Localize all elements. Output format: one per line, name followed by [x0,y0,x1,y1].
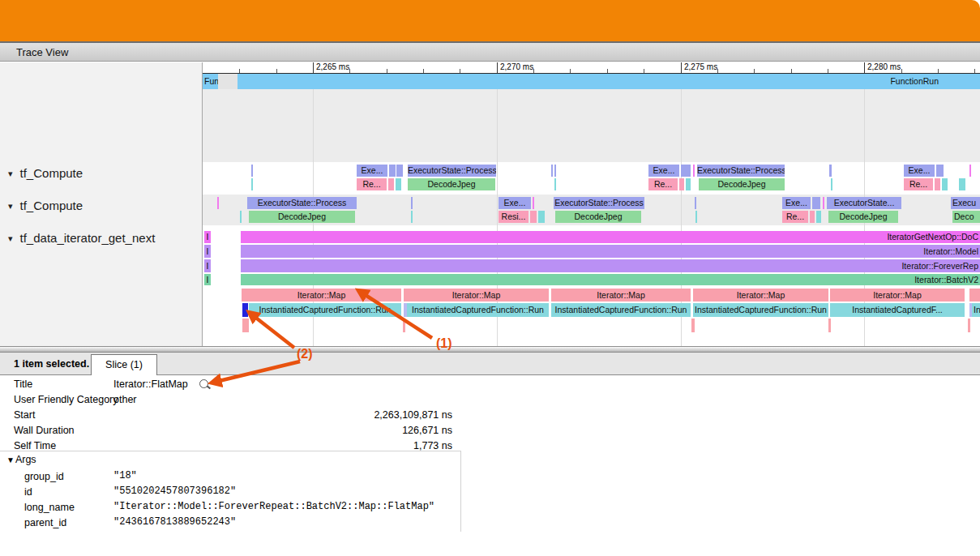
trace-slice[interactable]: FunctionRun [238,74,980,89]
trace-slice[interactable]: Exe... [782,197,811,209]
trace-slice[interactable]: DecodeJpeg [249,211,355,223]
trace-slice[interactable]: Exe... [904,165,935,177]
trace-slice[interactable] [969,165,971,177]
trace-slice[interactable] [831,178,832,190]
trace-slice[interactable]: Deco [952,211,980,223]
trace-slice[interactable] [695,211,697,223]
trace-slice[interactable] [218,74,238,89]
collapse-triangle-icon[interactable]: ▾ [8,233,13,244]
trace-slice[interactable]: InstantiatedCapturedFunction::Run [407,303,549,317]
trace-slice[interactable]: ExecutorState::Process [554,197,644,209]
trace-slice[interactable]: I [204,231,211,243]
trace-slice[interactable] [681,165,691,177]
trace-slice[interactable]: Re... [357,178,387,190]
trace-slice[interactable] [396,178,401,190]
sidebar-track-group-2[interactable]: ▾tf_data_iterator_get_next [8,231,155,246]
trace-slice[interactable]: Execu [951,197,980,209]
trace-slice[interactable] [942,178,948,190]
selection-count-label: 1 item selected. [14,358,89,370]
trace-slice[interactable] [411,197,413,209]
sidebar-track-group-1[interactable]: ▾tf_Compute [8,199,83,213]
trace-slice[interactable]: Inst [972,303,980,317]
trace-slice[interactable] [411,211,413,223]
trace-slice[interactable] [959,178,965,190]
trace-slice[interactable] [695,197,696,209]
trace-slice[interactable]: Iterator::Map [693,289,828,302]
trace-slice[interactable] [829,165,832,177]
trace-slice[interactable] [693,165,695,177]
collapse-triangle-icon[interactable]: ▾ [8,201,13,212]
trace-slice[interactable] [691,319,695,332]
trace-slice[interactable] [530,211,537,223]
trace-slice[interactable] [240,211,242,223]
collapse-triangle-icon[interactable]: ▾ [8,169,13,179]
tab-slice[interactable]: Slice (1) [91,354,157,375]
trace-slice[interactable]: DecodeJpeg [408,178,495,190]
ruler-tick-label: 2,265 ms [316,62,349,71]
args-section-header[interactable]: ▼Args [6,454,36,465]
trace-slice[interactable] [679,178,684,190]
trace-slice[interactable] [968,319,970,332]
trace-slice[interactable]: I [204,245,211,258]
trace-slice[interactable] [396,165,403,177]
trace-slice[interactable]: Iterator::ForeverRep [241,259,980,272]
sidebar-track-group-0[interactable]: ▾tf_Compute [8,166,83,181]
arg-key: group_id [24,471,64,482]
trace-slice[interactable] [969,289,980,302]
trace-slice[interactable] [538,211,545,223]
trace-slice[interactable]: Exe... [357,165,387,177]
trace-slice[interactable]: Re... [904,178,933,190]
trace-slice[interactable]: Exe... [499,197,531,209]
trace-slice[interactable]: InstantiatedCapturedFunction::Run [551,303,691,317]
trace-slice[interactable]: Iterator::Map [242,289,401,302]
trace-slice[interactable]: IteratorGetNextOp::DoC [241,231,980,243]
trace-slice[interactable] [810,211,815,223]
trace-slice[interactable] [936,165,944,177]
trace-slice[interactable]: Iterator::Map [830,289,965,302]
trace-slice[interactable]: Iterator::Map [404,289,549,302]
trace-slice[interactable]: ExecutorState::Process [697,165,785,177]
trace-slice[interactable]: I [204,259,211,272]
trace-slice[interactable]: InstantiatedCapturedFunction::Run [693,303,828,317]
trace-slice[interactable]: DecodeJpeg [828,211,898,223]
trace-slice[interactable]: DecodeJpeg [555,211,641,223]
detail-row-value: 126,671 ns [113,425,452,436]
trace-slice[interactable] [554,165,556,177]
trace-slice[interactable] [816,211,821,223]
trace-slice[interactable]: Iterator::Model [241,245,980,258]
trace-slice[interactable] [828,319,831,332]
magnifier-icon[interactable] [199,379,208,388]
trace-slice[interactable]: Exe... [648,165,679,177]
trace-slice[interactable]: Iterator::BatchV2 [241,274,980,285]
trace-slice[interactable]: DecodeJpeg [699,178,785,190]
trace-slice[interactable] [551,165,553,177]
trace-slice[interactable] [217,197,219,209]
trace-slice[interactable] [403,319,405,332]
trace-slice[interactable] [388,178,394,190]
trace-slice[interactable]: ExecutorState::Process [247,197,357,209]
detail-row-value: 2,263,109,871 ns [113,409,452,421]
trace-slice[interactable] [812,197,820,209]
trace-slice[interactable]: Resi... [499,211,529,223]
trace-slice[interactable] [533,197,534,209]
timeline-canvas[interactable]: 2,265 ms2,270 ms2,275 ms2,280 ms FunFunc… [203,62,980,346]
trace-slice[interactable]: Re... [782,211,808,223]
trace-slice[interactable] [554,178,556,190]
trace-slice[interactable] [686,178,691,190]
trace-slice[interactable] [935,178,940,190]
selected-trace-slice[interactable] [242,303,248,317]
trace-slice[interactable] [242,319,249,332]
trace-slice[interactable]: InstantiatedCapturedFunction::Run [249,303,401,317]
trace-slice[interactable]: Fun [203,74,218,89]
trace-slice[interactable] [389,165,396,177]
panel-splitter[interactable] [0,346,980,353]
trace-slice[interactable]: ExecutorState::Process [408,165,496,177]
trace-slice[interactable]: I [204,274,211,285]
trace-slice[interactable]: Iterator::Map [551,289,691,302]
trace-slice[interactable]: ExecutorState... [827,197,901,209]
trace-slice[interactable] [823,197,824,209]
trace-slice[interactable] [251,178,253,190]
trace-slice[interactable] [251,165,253,177]
trace-slice[interactable]: Re... [648,178,678,190]
trace-slice[interactable]: InstantiatedCapturedF... [830,303,965,317]
